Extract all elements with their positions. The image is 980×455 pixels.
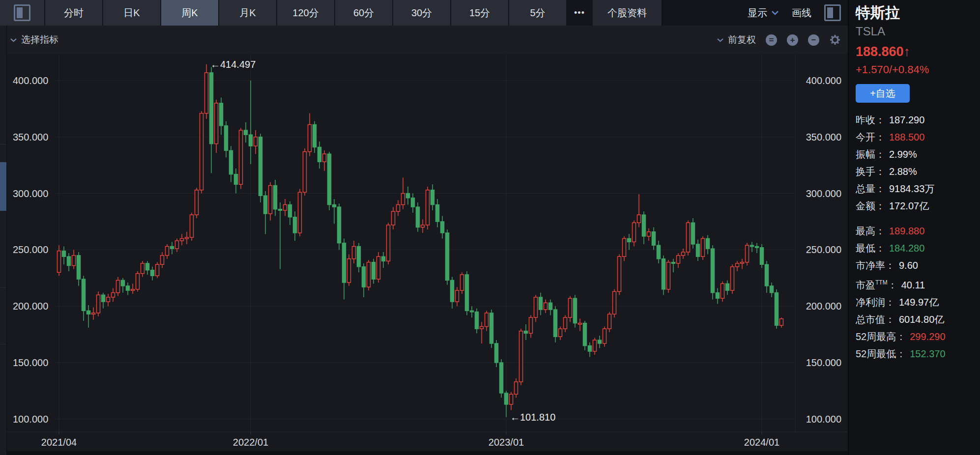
tab-month-k[interactable]: 月K	[219, 0, 276, 26]
tab-30min[interactable]: 30分	[393, 0, 450, 26]
left-edge-strip	[0, 26, 7, 455]
stats-list: 昨收：187.290今开：188.500振幅：2.99%换手：2.88%总量：9…	[856, 112, 975, 363]
stat-row-52w-low: 52周最低：152.370	[856, 345, 975, 363]
y-axis-label-left: 200.000	[13, 301, 48, 312]
stat-row-market-cap: 总市值：6014.80亿	[856, 311, 975, 328]
tab-60min[interactable]: 60分	[335, 0, 392, 26]
add-watchlist-button[interactable]: +自选	[856, 84, 910, 103]
x-axis-label: 2024/01	[744, 437, 779, 448]
y-axis-label-left: 400.000	[13, 75, 48, 86]
adjust-type-button[interactable]: 前复权	[717, 33, 756, 46]
stat-row-pe-ttm: 市盈TTM：40.11	[856, 274, 975, 294]
y-axis-label-right: 200.000	[806, 301, 841, 312]
chevron-down-icon	[10, 38, 17, 42]
candlestick-chart[interactable]: 400.000400.000350.000350.000300.000300.0…	[7, 54, 848, 455]
stat-row-low: 最低：184.280	[856, 240, 975, 257]
tab-day-k[interactable]: 日K	[103, 0, 160, 26]
chevron-down-icon	[717, 38, 724, 42]
price-change: +1.570/+0.84%	[856, 63, 975, 76]
chart-subheader: 选择指标 前复权 = + −	[0, 26, 848, 54]
y-axis-label-left: 150.000	[13, 357, 48, 368]
select-indicator-button[interactable]: 选择指标	[10, 33, 58, 46]
y-axis-label-left: 100.000	[13, 414, 48, 425]
stat-row-amplitude: 振幅：2.99%	[856, 146, 975, 163]
panel-layout-icon	[14, 4, 30, 21]
toolbar-right: 显示 画线	[662, 0, 848, 26]
price-annotation: ←101.810	[510, 412, 555, 423]
chart-canvas[interactable]: 400.000400.000350.000350.000300.000300.0…	[7, 54, 848, 455]
panel-layout-icon	[827, 7, 833, 18]
chevron-down-icon	[771, 10, 779, 15]
y-axis-label-right: 250.000	[806, 244, 841, 255]
interval-tabs: 分时日K周K月K120分60分30分15分5分	[45, 0, 567, 26]
y-axis-label-right: 150.000	[806, 357, 841, 368]
stat-row-52w-high: 52周最高：299.290	[856, 328, 975, 345]
y-axis-label-right: 300.000	[806, 188, 841, 199]
stock-name: 特斯拉	[856, 4, 975, 22]
x-axis-label: 2021/04	[41, 437, 77, 448]
more-intervals-button[interactable]: •••	[567, 0, 592, 26]
gear-icon	[829, 34, 841, 46]
price-annotation: ←414.497	[210, 59, 256, 70]
settings-gear-button[interactable]	[829, 34, 841, 46]
y-axis-label-left: 350.000	[13, 132, 48, 142]
stat-row-net-profit: 净利润：149.97亿	[856, 294, 975, 311]
zoom-out-button[interactable]: −	[808, 34, 819, 46]
stat-row-volume: 总量：9184.33万	[856, 180, 975, 198]
stat-row-pb: 市净率：9.60	[856, 257, 975, 274]
draw-line-button[interactable]: 画线	[792, 6, 811, 20]
y-axis-label-left: 300.000	[13, 188, 48, 199]
tab-week-k[interactable]: 周K	[161, 0, 218, 26]
y-axis-label-right: 100.000	[806, 414, 841, 425]
display-menu-button[interactable]: 显示	[748, 6, 779, 20]
quote-panel: 特斯拉 TSLA 188.860↑ +1.570/+0.84% +自选 昨收：1…	[848, 0, 980, 455]
stat-row-turnover: 换手：2.88%	[856, 163, 975, 180]
tab-minute[interactable]: 分时	[45, 0, 102, 26]
zoom-reset-button[interactable]: =	[766, 34, 777, 46]
stat-row-prev-close: 昨收：187.290	[856, 112, 975, 129]
x-axis-label: 2023/01	[489, 437, 524, 448]
left-strip-handle[interactable]	[0, 162, 6, 211]
left-panel-toggle-button[interactable]	[0, 0, 44, 26]
right-panel-toggle-button[interactable]	[824, 4, 841, 21]
stat-row-high: 最高：189.880	[856, 223, 975, 240]
y-axis-label-left: 250.000	[13, 244, 48, 255]
y-axis-label-right: 350.000	[806, 132, 841, 142]
stock-symbol: TSLA	[856, 25, 975, 38]
tab-5min[interactable]: 5分	[509, 0, 566, 26]
stock-info-button[interactable]: 个股资料	[593, 0, 662, 26]
last-price: 188.860↑	[856, 44, 975, 59]
stat-row-open: 今开：188.500	[856, 129, 975, 146]
zoom-in-button[interactable]: +	[787, 34, 798, 46]
tab-15min[interactable]: 15分	[451, 0, 508, 26]
tab-120min[interactable]: 120分	[277, 0, 334, 26]
stock-chart-app: 分时日K周K月K120分60分30分15分5分 ••• 个股资料 显示 画线	[0, 0, 980, 455]
toolbar: 分时日K周K月K120分60分30分15分5分 ••• 个股资料 显示 画线	[0, 0, 848, 26]
x-axis-label: 2022/01	[233, 437, 268, 448]
y-axis-label-right: 400.000	[806, 75, 841, 86]
stat-row-amount: 金额：172.07亿	[856, 198, 975, 215]
